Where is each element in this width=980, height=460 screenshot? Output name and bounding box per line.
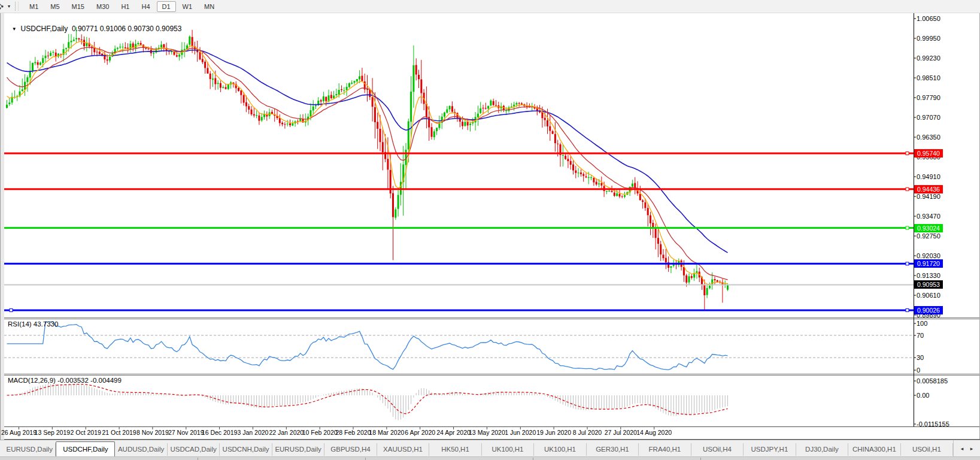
timeframe-button-m30[interactable]: M30 [91,1,114,12]
chart-title: ▼USDCHF,Daily 0.90771 0.91006 0.90730 0.… [8,16,181,33]
chart-tab-china300-h1[interactable]: CHINA300,H1 [848,443,900,456]
chart-cursor-tool-icon[interactable] [0,2,7,11]
price-tick-0.92750: 0.92750 [917,232,940,240]
hline-price-label-0.90026[interactable]: 0.90026 [914,306,943,314]
chart-tab-gbpusd-h4[interactable]: GBPUSD,H4 [324,443,377,456]
chart-tabs: EURUSD,DailyUSDCHF,DailyAUDUSD,DailyUSDC… [0,440,953,457]
timeframe-toolbar: ▾ M1M5M15M30H1H4D1W1MN [0,0,980,13]
rsi-scale-30: 30 [917,353,924,362]
chart-tab-usdchf-daily[interactable]: USDCHF,Daily [56,441,115,457]
chart-tab-xauusd-h1[interactable]: XAUUSD,H1 [377,443,429,456]
timeframe-button-m1[interactable]: M1 [24,1,44,12]
chart-tab-uk100-h1[interactable]: UK100,H1 [534,443,586,456]
rsi-indicator-label: RSI(14) 43.7330 [8,320,58,328]
date-label: 14 Aug 2020 [630,429,678,436]
hline-price-label-0.93024[interactable]: 0.93024 [914,224,943,232]
price-tick-1.00650: 1.00650 [917,14,940,23]
price-tick-0.93470: 0.93470 [917,212,940,220]
timeframe-button-m5[interactable]: M5 [45,1,65,12]
window-left-edge [0,13,4,456]
timeframe-buttons: M1M5M15M30H1H4D1W1MN [23,1,220,12]
rsi-scale-0: 0 [917,366,920,374]
mt4-terminal: { "toolbar": { "timeframes": ["M1","M5",… [0,0,980,460]
chart-tabs-bar: EURUSD,DailyUSDCHF,DailyAUDUSD,DailyUSDC… [0,440,980,457]
chart-tab-dj30-daily[interactable]: DJ30,Daily [796,443,848,456]
chart-tab-hk50-h1[interactable]: HK50,H1 [429,443,481,456]
chart-tab-audusd-daily[interactable]: AUDUSD,Daily [115,443,167,456]
price-tick-0.97070: 0.97070 [917,113,940,122]
timeframe-button-mn[interactable]: MN [199,1,220,12]
chart-tab-fra40-h1[interactable]: FRA40,H1 [639,443,691,456]
timeframe-button-m15[interactable]: M15 [66,1,90,12]
rsi-scale-70: 70 [917,331,924,340]
chart-tab-usdcad-daily[interactable]: USDCAD,Daily [168,443,220,456]
timeframe-button-h4[interactable]: H4 [136,1,155,12]
timeframe-button-h1[interactable]: H1 [116,1,135,12]
chart-tab-usdjpy-h1[interactable]: USDJPY,H1 [744,443,796,456]
chart-tab-ger30-h1[interactable]: GER30,H1 [587,443,639,456]
bottom-status-strip [0,456,980,460]
macd-indicator-label: MACD(12,26,9) -0.003532 -0.004499 [8,377,122,384]
rsi-scale-100: 100 [917,319,927,328]
chart-title-text: USDCHF,Daily 0.90771 0.91006 0.90730 0.9… [21,25,182,33]
chart-tab-uk100-h1[interactable]: UK100,H1 [482,443,534,456]
macd-scale--0.0115155: -0.0115155 [917,420,949,428]
price-tick-0.92030: 0.92030 [917,252,940,260]
tab-scroll-arrows: ◂ ▸ [953,440,980,457]
tool-dropdown-caret-icon[interactable]: ▾ [8,4,10,9]
price-tick-0.91330: 0.91330 [917,271,940,280]
price-tick-0.96350: 0.96350 [917,133,940,141]
chart-tab-usdcnh-daily[interactable]: USDCNH,Daily [220,443,272,456]
chart-tab-eurusd-daily[interactable]: EURUSD,Daily [4,443,56,456]
hline-price-label-0.95740[interactable]: 0.95740 [914,149,943,158]
macd-scale-0.00: 0.00 [917,391,929,400]
chart-tab-usoil-h1[interactable]: USOil,H1 [901,443,953,456]
tab-scroll-left-icon[interactable]: ◂ [961,446,964,452]
chart-tab-eurusd-daily[interactable]: EURUSD,Daily [272,443,324,456]
collapse-triangle-icon[interactable]: ▼ [12,26,17,32]
chart-tab-usoil-h4[interactable]: USOil,H4 [691,443,744,456]
price-tick-0.90610: 0.90610 [917,291,940,299]
hline-price-label-0.94436[interactable]: 0.94436 [914,185,943,193]
price-tick-0.94910: 0.94910 [917,172,940,181]
timeframe-button-d1[interactable]: D1 [157,1,176,12]
tab-scroll-right-icon[interactable]: ▸ [970,446,973,452]
price-tick-0.99230: 0.99230 [917,54,940,62]
price-tick-0.98510: 0.98510 [917,74,940,82]
macd-scale-0.0058185: 0.0058185 [917,377,948,385]
toolbar-grip [15,2,19,11]
bid-price-label[interactable]: 0.90953 [914,280,943,289]
timeframe-button-w1[interactable]: W1 [177,1,198,12]
price-tick-0.97790: 0.97790 [917,93,940,102]
price-tick-0.99950: 0.99950 [917,34,940,43]
price-tick-0.94190: 0.94190 [917,192,940,201]
price-chart[interactable] [0,0,980,460]
hline-price-label-0.91720[interactable]: 0.91720 [914,259,943,268]
